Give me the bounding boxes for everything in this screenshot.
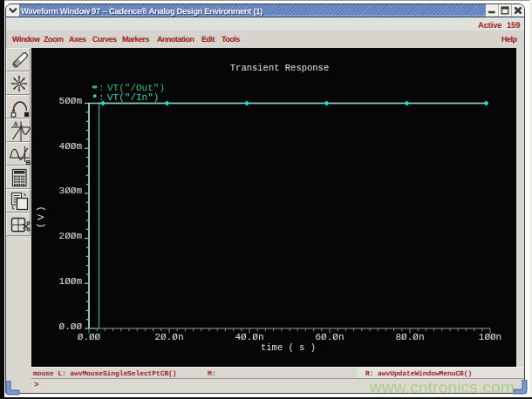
svg-text:(V): (V): [35, 204, 46, 228]
svg-text:Ø.ØØ: Ø.ØØ: [78, 332, 101, 342]
svg-text:8Ø.Øn: 8Ø.Øn: [395, 332, 424, 342]
svg-text:6Ø.Øn: 6Ø.Øn: [315, 332, 344, 342]
svg-text:1ØØm: 1ØØm: [59, 276, 83, 287]
svg-text:Ø.ØØ: Ø.ØØ: [59, 321, 83, 332]
svg-text:3ØØm: 3ØØm: [59, 186, 83, 196]
svg-text:time ( s ): time ( s ): [261, 342, 316, 353]
svg-text:4ØØm: 4ØØm: [59, 141, 83, 152]
svg-text:2ØØm: 2ØØm: [59, 231, 83, 241]
svg-text::: :: [99, 92, 105, 103]
svg-text:2Ø.Øn: 2Ø.Øn: [154, 332, 183, 342]
svg-text:4Ø.Øn: 4Ø.Øn: [235, 332, 263, 342]
svg-text:Transient Response: Transient Response: [230, 63, 329, 73]
svg-text:1ØØn: 1ØØn: [479, 332, 501, 342]
svg-text:VT("/In"): VT("/In"): [107, 92, 159, 103]
svg-text:5ØØm: 5ØØm: [59, 96, 83, 106]
